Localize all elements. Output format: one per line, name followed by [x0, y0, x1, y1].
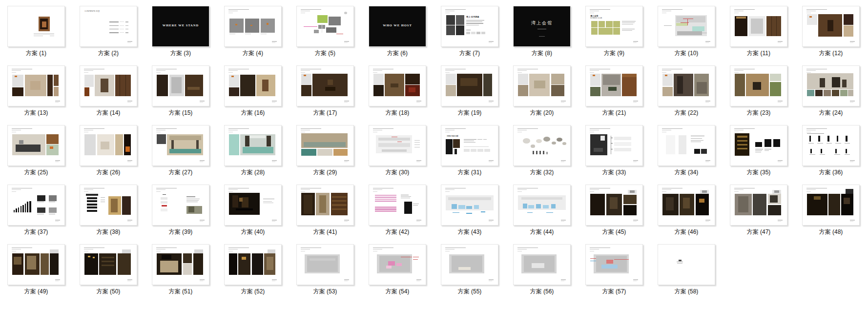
- file-tile[interactable]: 方案 (1): [0, 6, 72, 65]
- thumbnail-graphic: [546, 152, 547, 154]
- thumbnail-graphic: [413, 205, 417, 206]
- file-tile[interactable]: 方案 (11): [723, 6, 795, 65]
- file-tile[interactable]: 方案 (56): [506, 244, 578, 304]
- file-tile[interactable]: 方案 (45): [578, 185, 650, 244]
- file-tile[interactable]: 方案 (48): [795, 185, 867, 244]
- thumbnail-graphic: [824, 90, 831, 96]
- thumbnail-graphic: [633, 101, 638, 102]
- file-tile[interactable]: 方案 (34): [650, 125, 723, 185]
- thumbnail-graphic: [834, 154, 840, 155]
- file-tile[interactable]: 方案 (10): [650, 6, 723, 65]
- thumbnail-graphic: [827, 143, 832, 144]
- thumbnail-graphic: [446, 85, 456, 96]
- file-tile[interactable]: 方案 (18): [361, 65, 434, 125]
- thumbnail-graphic: [319, 195, 326, 213]
- file-tile[interactable]: 方案 (52): [217, 244, 289, 304]
- file-tile[interactable]: 方案 (51): [145, 244, 217, 304]
- file-tile[interactable]: 方案 (13): [0, 65, 72, 125]
- file-tile[interactable]: 方案 (29): [289, 125, 361, 185]
- thumbnail-graphic: [662, 188, 682, 188]
- file-tile[interactable]: 方案 (4): [217, 6, 289, 65]
- file-tile[interactable]: 方案 (22): [650, 65, 723, 125]
- file-tile[interactable]: 方案 (37): [0, 185, 72, 244]
- file-tile[interactable]: 方案 (49): [0, 244, 72, 304]
- file-tile[interactable]: 方案 (41): [289, 185, 361, 244]
- thumbnail-graphic: [301, 11, 310, 11]
- file-tile[interactable]: 方案 (19): [434, 65, 506, 125]
- file-tile[interactable]: 方案 (30): [361, 125, 434, 185]
- file-tile[interactable]: 方案 (16): [217, 65, 289, 125]
- file-tile[interactable]: 方案 (12): [795, 6, 867, 65]
- thumbnail-graphic: [735, 74, 745, 96]
- file-tile[interactable]: 方案 (14): [72, 65, 145, 125]
- file-tile[interactable]: 方案 (43): [434, 185, 506, 244]
- thumbnail-graphic: [416, 281, 420, 281]
- file-tile[interactable]: 方案 (57): [578, 244, 650, 304]
- file-tile[interactable]: 方案 (21): [578, 65, 650, 125]
- file-tile[interactable]: 方案 (17): [289, 65, 361, 125]
- file-tile[interactable]: 方案 (24): [795, 65, 867, 125]
- file-tile[interactable]: 方案 (27): [145, 125, 217, 185]
- file-tile[interactable]: 湾上会馆方案 (8): [506, 6, 578, 65]
- thumbnail-graphic: [532, 263, 544, 268]
- file-tile[interactable]: 方案 (35): [723, 125, 795, 185]
- thumbnail-graphic: [596, 256, 627, 272]
- file-thumbnail: [513, 185, 571, 226]
- file-tile[interactable]: 方案 (53): [289, 244, 361, 304]
- thumbnail-graphic: [16, 208, 17, 212]
- file-thumbnail: [7, 244, 65, 285]
- file-tile[interactable]: CONTENTS 目录方案 (2): [72, 6, 145, 65]
- file-thumbnail: [296, 244, 354, 285]
- thumbnail-graphic: [770, 82, 781, 97]
- thumbnail-graphic: [236, 208, 253, 211]
- thumbnail-graphic: [194, 249, 204, 253]
- thumbnail-graphic: [755, 149, 763, 149]
- thumbnail-graphic: [228, 70, 238, 71]
- file-tile[interactable]: 方案 (5): [289, 6, 361, 65]
- thumbnail-graphic: [375, 201, 396, 202]
- file-tile[interactable]: 方案 (15): [145, 65, 217, 125]
- file-tile[interactable]: 湾上·业主群体方案 (7): [434, 6, 506, 65]
- file-tile[interactable]: FINE TOUCHÉ方案 (31): [434, 125, 506, 185]
- file-label: 方案 (8): [532, 50, 552, 57]
- file-tile[interactable]: 方案 (54): [361, 244, 434, 304]
- file-tile[interactable]: 方案 (33): [578, 125, 650, 185]
- thumbnail-graphic: [55, 279, 60, 280]
- file-tile[interactable]: 方案 (40): [217, 185, 289, 244]
- file-tile[interactable]: 方案 (39): [145, 185, 217, 244]
- thumbnail-graphic: [481, 32, 485, 34]
- file-tile[interactable]: 方案 (23): [723, 65, 795, 125]
- file-label: 方案 (47): [747, 229, 771, 235]
- file-tile[interactable]: 方案 (44): [506, 185, 578, 244]
- file-tile[interactable]: 方案 (58): [650, 244, 723, 304]
- thumbnail-graphic: [200, 281, 203, 281]
- file-tile[interactable]: WHO WE HOST方案 (6): [361, 6, 434, 65]
- thumbnail-graphic: [301, 13, 305, 13]
- thumbnail-graphic: [84, 191, 88, 192]
- file-thumbnail: [224, 185, 282, 226]
- file-tile[interactable]: 方案 (38): [72, 185, 145, 244]
- file-tile[interactable]: 方案 (25): [0, 125, 72, 185]
- thumbnail-graphic: [736, 17, 746, 18]
- thumbnail-graphic: [474, 205, 478, 209]
- thumbnail-graphic: [807, 90, 814, 96]
- file-tile[interactable]: 方案 (26): [72, 125, 145, 185]
- file-tile[interactable]: 方案 (47): [723, 185, 795, 244]
- file-tile[interactable]: WHERE WE STAND方案 (3): [145, 6, 217, 65]
- thumbnail-graphic: [14, 210, 15, 212]
- thumbnail-graphic: [774, 190, 779, 193]
- file-tile[interactable]: 方案 (32): [506, 125, 578, 185]
- thumbnail-graphic: [42, 21, 46, 27]
- file-tile[interactable]: 方案 (42): [361, 185, 434, 244]
- file-tile[interactable]: 方案 (36): [795, 125, 867, 185]
- file-tile[interactable]: 方案 (28): [217, 125, 289, 185]
- file-tile[interactable]: 方案 (46): [650, 185, 723, 244]
- thumbnail-graphic: [523, 138, 530, 144]
- file-tile[interactable]: 方案 (20): [506, 65, 578, 125]
- thumbnail-graphic: [173, 195, 182, 212]
- file-label: 方案 (52): [241, 289, 265, 295]
- file-tile[interactable]: 方案 (50): [72, 244, 145, 304]
- thumbnail-graphic: [156, 191, 161, 192]
- file-tile[interactable]: 湾上会馆DOMUS CLUB方案 (9): [578, 6, 650, 65]
- file-tile[interactable]: 方案 (55): [434, 244, 506, 304]
